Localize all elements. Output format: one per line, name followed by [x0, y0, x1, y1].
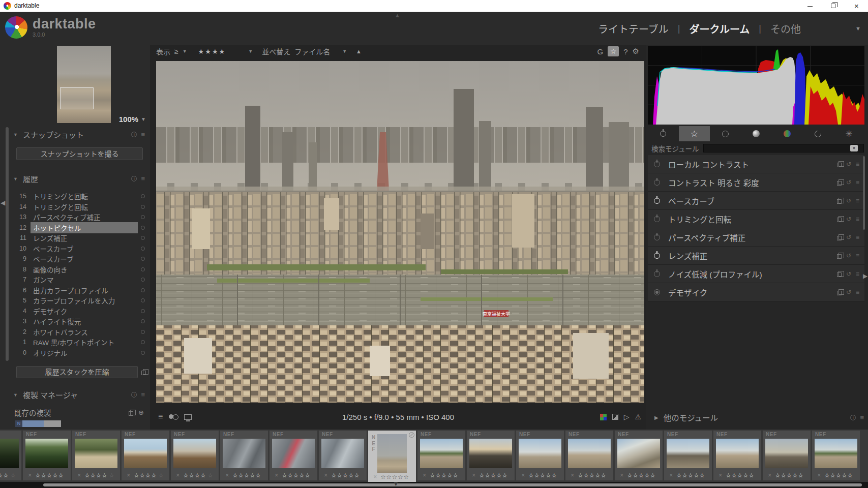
power-icon[interactable] [654, 161, 660, 167]
filter-dropdown-icon[interactable]: ▼ [248, 49, 253, 54]
sort-ascending-icon[interactable]: ▲ [356, 48, 362, 54]
history-item[interactable]: 14トリミングと回転 [0, 202, 145, 212]
reject-icon[interactable]: × [423, 472, 426, 479]
rating-stars-off[interactable]: ☆ [207, 472, 213, 479]
rating-stars[interactable]: ☆☆☆☆☆ [676, 472, 705, 479]
info-icon[interactable] [131, 176, 137, 181]
multi-instance-icon[interactable] [837, 272, 842, 277]
rating-stars[interactable]: ☆☆☆☆☆ [232, 472, 261, 479]
histogram[interactable] [648, 46, 864, 125]
presets-icon[interactable]: ≡ [856, 270, 859, 278]
group-tone-icon[interactable] [741, 126, 772, 141]
reject-icon[interactable]: × [768, 472, 771, 479]
duplicate-manager-header[interactable]: ▼ 複製 マネージャ ≡ [13, 389, 145, 400]
presets-icon[interactable]: ≡ [856, 216, 859, 223]
warning-icon[interactable]: ⚠ [635, 413, 641, 421]
collapse-top-arrow[interactable]: ▲ [395, 12, 400, 18]
multi-instance-icon[interactable] [837, 254, 842, 259]
history-item[interactable]: 10ベースカーブ [0, 243, 145, 254]
filmstrip-thumbnail[interactable]: NEF×☆☆☆☆☆ [270, 431, 317, 480]
view-other[interactable]: その他 [770, 21, 801, 36]
history-header[interactable]: ▼ 履歴 ≡ [13, 173, 145, 184]
module-base-curve[interactable]: ベースカーブ ↺≡ [648, 192, 864, 210]
slideshow-play-icon[interactable]: ▷ [624, 413, 630, 421]
minimize-button[interactable] [798, 0, 821, 12]
module-crop-rotate[interactable]: トリミングと回転 ↺≡ [648, 210, 864, 228]
filmstrip-thumbnail[interactable]: NEF×☆☆☆☆☆ [713, 431, 761, 480]
snapshots-header[interactable]: ▼ スナップショット ≡ [13, 129, 145, 140]
rating-stars[interactable]: ☆☆☆☆ [183, 472, 206, 479]
add-duplicate-icon[interactable]: ⊕ [138, 409, 144, 416]
sort-value[interactable]: ファイル名 [294, 46, 330, 56]
main-image[interactable]: 東京福祉大学 [156, 61, 644, 403]
reset-icon[interactable]: ↺ [846, 216, 851, 223]
other-modules-row[interactable]: ▶ 他のモジュール ≡ [654, 412, 864, 423]
filter-comparator-dropdown-icon[interactable]: ▼ [183, 49, 187, 54]
module-list-scrollbar[interactable] [863, 156, 865, 230]
filmstrip-thumbnail[interactable]: NEF×☆☆☆☆☆ [812, 431, 860, 480]
reject-icon[interactable]: × [571, 472, 574, 479]
reject-icon[interactable]: × [521, 472, 525, 479]
power-icon[interactable] [654, 198, 660, 204]
rating-stars-off[interactable]: ☆ [10, 472, 16, 479]
rating-stars[interactable]: ☆☆☆☆ [84, 472, 107, 479]
history-item[interactable]: 3ハイライト復元 [0, 316, 145, 327]
rating-stars[interactable]: ☆☆☆☆☆ [627, 472, 656, 479]
presets-icon[interactable]: ≡ [856, 252, 859, 259]
history-item[interactable]: 8画像の向き [0, 264, 145, 275]
reject-icon[interactable]: × [275, 472, 278, 479]
filmstrip-thumbnail[interactable]: NEF×☆☆☆☆☆ [72, 431, 120, 480]
history-item[interactable]: 15トリミングと回転 [0, 191, 145, 202]
presets-icon[interactable]: ≡ [856, 179, 859, 186]
presets-icon[interactable]: ≡ [856, 161, 859, 168]
reject-icon[interactable]: × [225, 472, 229, 479]
views-dropdown-icon[interactable]: ▼ [855, 25, 861, 32]
group-active-icon[interactable] [648, 126, 679, 141]
module-denoise-profiled[interactable]: ノイズ低減 (プロファイル) ↺≡ [648, 265, 864, 283]
rating-stars[interactable]: ☆☆☆☆☆ [775, 472, 804, 479]
history-item-selected[interactable]: 12ホットピクセル [0, 223, 145, 233]
presets-icon[interactable]: ≡ [856, 197, 859, 204]
search-modules-input[interactable] [703, 144, 864, 152]
reset-icon[interactable]: ↺ [846, 197, 851, 204]
multi-instance-icon[interactable] [837, 218, 842, 222]
reset-icon[interactable]: ↺ [846, 270, 851, 278]
rating-stars[interactable]: ☆☆☆☆☆ [331, 472, 360, 479]
reject-icon[interactable]: × [719, 472, 722, 479]
rating-stars-off[interactable]: ☆ [109, 472, 114, 479]
multi-instance-icon[interactable] [837, 291, 842, 295]
group-color-icon[interactable] [771, 126, 802, 141]
filmstrip-thumbnail[interactable]: NEF×☆☆☆☆☆ [763, 431, 811, 480]
grouping-button[interactable]: G [597, 47, 604, 56]
rating-stars[interactable]: ☆☆☆☆ [134, 472, 157, 479]
filmstrip-thumbnail[interactable]: NEF×☆☆☆☆☆ [220, 431, 268, 480]
filmstrip-thumbnail[interactable]: NEF×☆☆☆☆☆ [467, 431, 515, 480]
rating-stars[interactable]: ☆☆☆☆☆ [430, 472, 459, 479]
collapse-left-arrow[interactable]: ◀ [1, 199, 5, 206]
group-effects-icon[interactable]: ✳ [833, 126, 864, 141]
reject-icon[interactable]: × [373, 473, 377, 480]
duplicate-icon[interactable] [129, 411, 133, 416]
multi-instance-icon[interactable] [837, 199, 842, 204]
presets-icon[interactable]: ≡ [856, 289, 859, 296]
history-item[interactable]: 0オリジナル [0, 348, 145, 358]
help-button[interactable]: ? [623, 47, 627, 56]
reject-icon[interactable]: × [817, 472, 821, 479]
filmstrip-thumbnail[interactable]: NEF×☆☆☆☆☆ [516, 431, 564, 480]
rating-stars[interactable]: ☆☆☆☆☆ [824, 472, 853, 479]
module-local-contrast[interactable]: ローカル コントラスト ↺≡ [648, 155, 864, 173]
close-button[interactable]: × [845, 0, 868, 12]
history-item[interactable]: 5カラープロファイルを入力 [0, 295, 145, 306]
filmstrip-thumbnail[interactable]: NEF×☆☆☆☆☆ [615, 431, 663, 480]
history-item[interactable]: 4デモザイク [0, 306, 145, 317]
rating-stars[interactable]: ☆☆☆☆ [0, 472, 9, 479]
reset-icon[interactable]: ↺ [846, 179, 851, 186]
group-favorites-icon[interactable]: ☆ [679, 126, 710, 141]
reset-icon[interactable]: ↺ [846, 234, 851, 241]
filmstrip-scrollbar-thumb[interactable] [43, 483, 862, 486]
presets-icon[interactable]: ≡ [141, 391, 145, 399]
reset-icon[interactable]: ↺ [846, 289, 851, 296]
view-lighttable[interactable]: ライトテーブル [598, 21, 669, 36]
filmstrip-thumbnail[interactable]: NEF×☆☆☆☆☆ [664, 431, 712, 480]
power-icon[interactable] [654, 271, 660, 277]
